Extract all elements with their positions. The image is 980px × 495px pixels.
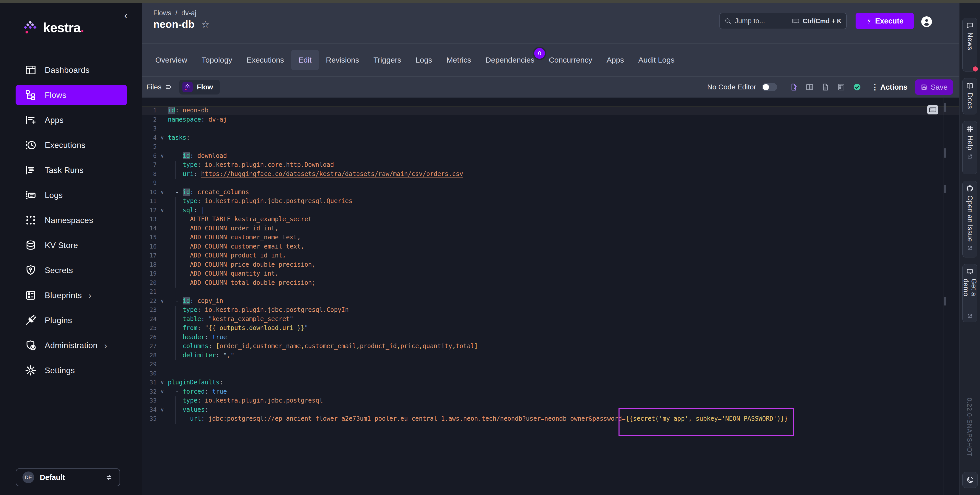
fold-chevron-icon[interactable]: ∨ (157, 188, 168, 197)
code-line-32[interactable]: 32∨ - forced: true (142, 387, 959, 396)
settings-icon (25, 364, 37, 376)
tab-metrics[interactable]: Metrics (439, 50, 479, 70)
fold-chevron-icon[interactable]: ∨ (157, 378, 168, 387)
code-line-29[interactable]: 29 (142, 360, 959, 369)
rail-button-news[interactable]: News (963, 18, 977, 72)
code-line-11[interactable]: 11 type: io.kestra.plugin.jdbc.postgresq… (142, 197, 959, 206)
code-line-35[interactable]: 35 url: jdbc:postgresql://ep-ancient-flo… (142, 414, 959, 423)
switch-tenant-icon[interactable] (105, 473, 113, 482)
code-line-28[interactable]: 28 delimiter: "," (142, 351, 959, 360)
sidebar-item-task-runs[interactable]: Task Runs (16, 160, 127, 180)
tab-executions[interactable]: Executions (239, 50, 291, 70)
rail-button-help[interactable]: Help (963, 121, 977, 174)
code-line-3[interactable]: 3 (142, 124, 959, 133)
sidebar-item-plugins[interactable]: Plugins (16, 310, 127, 331)
code-line-14[interactable]: 14 ADD COLUMN order_id int, (142, 224, 959, 233)
code-line-20[interactable]: 20 ADD COLUMN total double precision; (142, 279, 959, 288)
tab-dependencies[interactable]: Dependencies0 (478, 50, 542, 70)
sidebar-item-flows[interactable]: Flows (16, 85, 127, 105)
sidebar-item-logs[interactable]: Logs (16, 185, 127, 205)
fold-chevron-icon[interactable]: ∨ (157, 206, 168, 215)
sidebar-item-dashboards[interactable]: Dashboards (16, 60, 127, 80)
sidebar-item-settings[interactable]: Settings (16, 360, 127, 380)
code-line-12[interactable]: 12∨ sql: | (142, 206, 959, 215)
sidebar-item-kv-store[interactable]: KV Store (16, 235, 127, 255)
files-panel-button[interactable]: Files (146, 83, 173, 91)
code-line-9[interactable]: 9 (142, 178, 959, 188)
rail-button-docs[interactable]: Docs (963, 78, 977, 115)
code-line-21[interactable]: 21 (142, 287, 959, 296)
no-code-editor-toggle[interactable] (762, 83, 777, 91)
file-edit-icon[interactable] (790, 83, 798, 91)
code-line-24[interactable]: 24 table: "kestra_example_secret" (142, 315, 959, 324)
tab-edit[interactable]: Edit (291, 50, 319, 70)
code-line-4[interactable]: 4∨tasks: (142, 133, 959, 143)
fold-chevron-icon[interactable]: ∨ (157, 296, 168, 306)
fold-chevron-icon[interactable]: ∨ (157, 387, 168, 396)
code-line-33[interactable]: 33 type: io.kestra.plugin.jdbc.postgresq… (142, 396, 959, 405)
sidebar-item-apps[interactable]: Apps (16, 110, 127, 130)
code-line-19[interactable]: 19 ADD COLUMN quantity int, (142, 269, 959, 279)
user-avatar[interactable] (921, 16, 932, 27)
code-line-1[interactable]: 1id: neon-db (142, 106, 959, 115)
code-line-13[interactable]: 13 ALTER TABLE kestra_example_secret (142, 215, 959, 224)
code-line-7[interactable]: 7 type: io.kestra.plugin.core.http.Downl… (142, 161, 959, 170)
flow-editor-tab[interactable]: Flow (179, 80, 220, 94)
code-line-18[interactable]: 18 ADD COLUMN price double precision, (142, 260, 959, 269)
code-line-31[interactable]: 31∨pluginDefaults: (142, 378, 959, 387)
code-line-26[interactable]: 26 header: true (142, 333, 959, 342)
favorite-star-icon[interactable]: ☆ (201, 20, 210, 29)
code-line-17[interactable]: 17 ADD COLUMN product_id int, (142, 251, 959, 260)
tab-apps[interactable]: Apps (599, 50, 631, 70)
tab-triggers[interactable]: Triggers (366, 50, 409, 70)
sidebar-item-administration[interactable]: Administration› (16, 335, 127, 355)
sidebar-item-blueprints[interactable]: Blueprints› (16, 285, 127, 306)
fold-chevron-icon[interactable]: ∨ (157, 151, 168, 161)
code-line-15[interactable]: 15 ADD COLUMN customer_name text, (142, 233, 959, 242)
save-button[interactable]: Save (915, 80, 953, 95)
fold-gutter (157, 124, 168, 133)
code-line-25[interactable]: 25 from: "{{ outputs.download.uri }}" (142, 324, 959, 333)
execute-button[interactable]: Execute (856, 13, 914, 29)
tab-overview[interactable]: Overview (148, 50, 194, 70)
validation-check-icon[interactable] (853, 83, 861, 91)
code-line-34[interactable]: 34∨ values: (142, 405, 959, 415)
code-lines[interactable]: 1id: neon-db2namespace: dv-aj34∨tasks:56… (142, 106, 959, 423)
rail-button-open-an-issue[interactable]: Open an Issue (963, 181, 977, 258)
breadcrumb-namespace[interactable]: dv-aj (181, 9, 196, 17)
theme-toggle-button[interactable] (963, 472, 978, 488)
code-line-10[interactable]: 10∨ - id: create_columns (142, 188, 959, 197)
search-input[interactable]: Jump to... Ctrl/Cmd + K (719, 13, 846, 29)
code-editor[interactable]: 1id: neon-db2namespace: dv-aj34∨tasks:56… (142, 97, 959, 495)
code-line-16[interactable]: 16 ADD COLUMN customer_email text, (142, 242, 959, 251)
tab-logs[interactable]: Logs (409, 50, 439, 70)
code-line-27[interactable]: 27 columns: [order_id,customer_name,cust… (142, 342, 959, 351)
tab-topology[interactable]: Topology (194, 50, 239, 70)
code-line-6[interactable]: 6∨ - id: download (142, 151, 959, 161)
code-line-22[interactable]: 22∨ - id: copy_in (142, 296, 959, 306)
sidebar-item-secrets[interactable]: Secrets (16, 260, 127, 280)
file-icon[interactable] (821, 83, 829, 91)
actions-menu-button[interactable]: ⋮ Actions (871, 83, 907, 91)
split-view-icon[interactable] (805, 83, 814, 91)
kestra-logo[interactable]: kestra. (22, 19, 84, 36)
breadcrumb-flows[interactable]: Flows (153, 9, 172, 17)
rail-button-get-a-demo[interactable]: Get a demo (963, 264, 977, 322)
code-line-23[interactable]: 23 type: io.kestra.plugin.jdbc.postgresq… (142, 306, 959, 315)
code-line-8[interactable]: 8 uri: https://huggingface.co/datasets/k… (142, 170, 959, 179)
code-line-5[interactable]: 5 (142, 142, 959, 151)
keyboard-icon[interactable] (928, 105, 938, 115)
tab-revisions[interactable]: Revisions (319, 50, 366, 70)
fold-chevron-icon[interactable]: ∨ (157, 405, 168, 415)
form-icon[interactable] (837, 83, 845, 91)
fold-chevron-icon[interactable]: ∨ (157, 133, 168, 143)
line-number: 24 (142, 315, 157, 324)
tab-audit-logs[interactable]: Audit Logs (631, 50, 682, 70)
code-line-30[interactable]: 30 (142, 369, 959, 378)
sidebar-item-namespaces[interactable]: Namespaces (16, 210, 127, 231)
code-line-2[interactable]: 2namespace: dv-aj (142, 115, 959, 124)
sidebar-collapse-icon[interactable]: ‹ (124, 10, 127, 21)
sidebar-item-executions[interactable]: Executions (16, 135, 127, 155)
tenant-selector[interactable]: DE Default (16, 468, 120, 486)
tab-concurrency[interactable]: Concurrency (542, 50, 599, 70)
